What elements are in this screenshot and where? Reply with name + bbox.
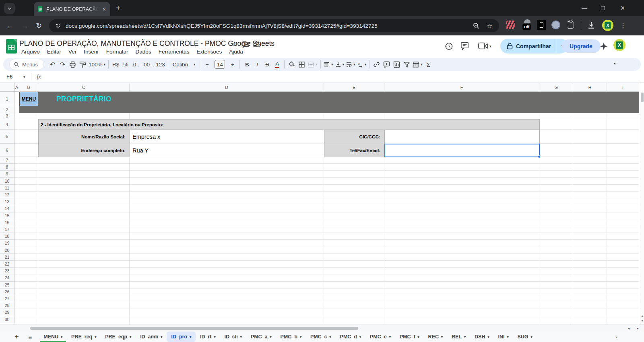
column-header-F[interactable]: F — [384, 83, 539, 92]
vertical-scrollbar[interactable] — [640, 92, 644, 324]
sheet-tab-MENU[interactable]: MENU▾ — [39, 332, 67, 342]
side-panel-chevron-icon[interactable]: ‹ — [616, 334, 617, 340]
menu-editar[interactable]: Editar — [43, 48, 65, 56]
table-views-button[interactable]: ▾ — [412, 59, 423, 70]
add-sheet-button[interactable]: + — [14, 333, 19, 341]
row-header-16[interactable]: 16 — [0, 219, 14, 226]
insert-chart-button[interactable] — [392, 59, 402, 70]
extension-round-icon[interactable] — [551, 21, 560, 29]
currency-format-button[interactable]: R$ — [111, 59, 121, 70]
name-box[interactable]: F6 — [0, 74, 23, 80]
row-header-26[interactable]: 26 — [0, 288, 14, 295]
url-bar[interactable]: docs.google.com/spreadsheets/d/1Csl7Vdlk… — [49, 19, 499, 32]
sheets-logo-icon[interactable] — [6, 39, 17, 54]
new-tab-button[interactable]: + — [116, 4, 121, 13]
browser-tab[interactable]: PLANO DE OPERAÇÃO, MANUT × — [34, 2, 110, 16]
menu-formatar[interactable]: Formatar — [103, 48, 132, 56]
select-all-corner[interactable] — [0, 83, 14, 92]
redo-button[interactable]: ↷ — [58, 59, 68, 70]
sheet-tab-INI[interactable]: INI▾ — [493, 332, 513, 342]
version-history-icon[interactable] — [444, 41, 454, 51]
tab-close-icon[interactable]: × — [103, 6, 106, 12]
sheet-tab-PMC_d[interactable]: PMC_d▾ — [336, 332, 365, 342]
video-call-caret-icon[interactable]: ▾ — [489, 44, 491, 48]
column-header-I[interactable]: I — [607, 83, 639, 92]
kebab-menu-icon[interactable]: ⋮ — [620, 21, 626, 31]
download-icon[interactable] — [587, 21, 596, 30]
insert-comment-button[interactable] — [382, 59, 392, 70]
account-avatar[interactable]: X — [613, 39, 625, 51]
bold-button[interactable]: B — [242, 59, 252, 70]
row-header-20[interactable]: 20 — [0, 247, 14, 254]
sheet-tab-REL[interactable]: REL▾ — [447, 332, 470, 342]
value-cell-nome[interactable]: Empresa x — [130, 130, 324, 144]
row-header-24[interactable]: 24 — [0, 274, 14, 281]
video-call-icon[interactable] — [478, 42, 488, 50]
sheet-tab-PRE_req[interactable]: PRE_req▾ — [67, 332, 101, 342]
scroll-up-icon[interactable]: ▴ — [640, 314, 644, 317]
italic-button[interactable]: I — [252, 59, 262, 70]
row-header-2[interactable]: 2 — [0, 106, 14, 113]
paint-format-button[interactable] — [78, 59, 88, 70]
column-header-G[interactable]: G — [539, 83, 573, 92]
text-wrap-button[interactable]: ▾ — [345, 59, 356, 70]
url-text[interactable]: docs.google.com/spreadsheets/d/1Csl7Vdlk… — [66, 23, 473, 29]
sheet-tab-ID_cli[interactable]: ID_cli▾ — [220, 332, 246, 342]
window-close-button[interactable]: × — [613, 0, 632, 16]
scroll-right-icon[interactable]: ▸ — [637, 326, 639, 330]
row-header-15[interactable]: 15 — [0, 212, 14, 219]
name-box-caret-icon[interactable]: ▾ — [23, 75, 25, 79]
row-header-14[interactable]: 14 — [0, 205, 14, 212]
font-size-input[interactable]: 14 — [215, 60, 225, 69]
sheet-tab-PMC_f[interactable]: PMC_f▾ — [395, 332, 424, 342]
column-header-E[interactable]: E — [324, 83, 384, 92]
all-sheets-button[interactable]: ≡ — [29, 334, 32, 340]
zoom-select[interactable]: 100%▾ — [88, 59, 106, 70]
menu-arquivo[interactable]: Arquivo — [18, 48, 43, 56]
comment-icon[interactable] — [460, 41, 469, 51]
row-header-13[interactable]: 13 — [0, 198, 14, 205]
scroll-left-icon[interactable]: ◂ — [628, 326, 630, 330]
spreadsheet-grid[interactable]: MENU PROPRIETÁRIO 2 - Identificação do P… — [0, 92, 644, 324]
sheet-tab-ID_amb[interactable]: ID_amb▾ — [136, 332, 167, 342]
sheet-tab-SUG[interactable]: SUG▾ — [513, 332, 537, 342]
menus-search-button[interactable]: Menus — [10, 59, 43, 70]
row-header-29[interactable]: 29 — [0, 309, 14, 316]
row-header-11[interactable]: 11 — [0, 185, 14, 192]
cloud-status-icon[interactable] — [253, 41, 260, 47]
merge-cells-button[interactable]: ▾ — [307, 59, 318, 70]
row-header-25[interactable]: 25 — [0, 282, 14, 288]
borders-button[interactable] — [297, 59, 307, 70]
functions-button[interactable]: Σ — [423, 59, 433, 70]
horizontal-scrollbar[interactable]: ◂ ▸ — [0, 324, 644, 332]
sheet-tab-DSH[interactable]: DSH▾ — [470, 332, 493, 342]
extension-off-icon[interactable]: Off — [522, 20, 533, 30]
decrease-font-size-button[interactable]: − — [202, 59, 212, 70]
fill-color-button[interactable] — [287, 59, 297, 70]
create-filter-button[interactable] — [402, 59, 412, 70]
window-minimize-button[interactable]: — — [575, 0, 594, 16]
decrease-decimal-button[interactable]: .0← — [131, 59, 141, 70]
row-header-17[interactable]: 17 — [0, 226, 14, 233]
row-header-12[interactable]: 12 — [0, 192, 14, 198]
move-folder-icon[interactable] — [242, 41, 249, 47]
scroll-down-icon[interactable]: ▾ — [640, 319, 644, 323]
fill-handle[interactable] — [538, 155, 541, 158]
extension-red-icon[interactable] — [506, 21, 515, 29]
print-button[interactable] — [68, 59, 78, 70]
column-header-A[interactable]: A — [14, 83, 19, 92]
share-button[interactable]: Compartilhar ▾ — [500, 39, 568, 54]
undo-button[interactable]: ↶ — [47, 59, 58, 70]
menu-extensões[interactable]: Extensões — [193, 48, 225, 56]
row-header-4[interactable]: 4 — [0, 119, 14, 130]
vertical-scrollbar-thumb[interactable] — [641, 93, 644, 102]
sheet-tab-PMC_e[interactable]: PMC_e▾ — [365, 332, 395, 342]
menu-ferramentas[interactable]: Ferramentas — [155, 48, 193, 56]
row-header-22[interactable]: 22 — [0, 261, 14, 268]
section-header-cell[interactable]: 2 - Identificação do Proprietário, Locat… — [38, 119, 540, 130]
value-cell-endereco[interactable]: Rua Y — [130, 144, 324, 157]
sheet-tab-ID_rt[interactable]: ID_rt▾ — [196, 332, 220, 342]
strikethrough-button[interactable]: S — [262, 59, 272, 70]
row-header-10[interactable]: 10 — [0, 178, 14, 185]
text-color-button[interactable]: A — [272, 59, 282, 70]
